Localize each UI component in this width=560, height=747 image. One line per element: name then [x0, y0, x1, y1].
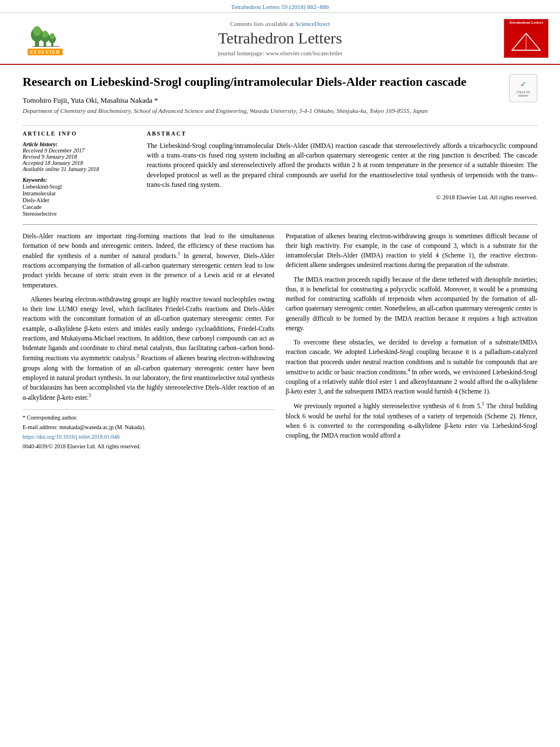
body-column-2: Preparation of alkenes bearing electron-… [286, 231, 537, 452]
abstract-heading: ABSTRACT [147, 130, 537, 137]
tet-letters-logo-section: Tetrahedron Letters [481, 19, 549, 58]
svg-line-14 [526, 33, 540, 50]
elsevier-logo-section: ELSEVIER [11, 22, 79, 55]
svg-line-13 [512, 33, 526, 50]
footnote-issn: 0040-4039/© 2018 Elsevier Ltd. All right… [23, 442, 274, 451]
check-update-icon: ✓ [520, 80, 527, 89]
footnote-email: E-mail address: mnakada@waseda.ac.jp (M.… [23, 423, 274, 431]
doi-link[interactable]: https://doi.org/10.1016/j.tetlet.2018.01… [23, 434, 120, 440]
svg-point-5 [42, 30, 49, 38]
keyword-4: Cascade [23, 204, 135, 210]
elsevier-logo: ELSEVIER [28, 22, 63, 55]
check-update-label: Check for updates [512, 90, 535, 97]
article-title-wrapper: Research on Liebeskind-Srogl coupling/in… [23, 74, 500, 121]
tet-logo-graphic [504, 26, 548, 58]
body-col2-para-3: To overcome these obstacles, we decided … [286, 338, 537, 396]
tet-logo-svg [509, 30, 543, 53]
body-col2-para-1: Preparation of alkenes bearing electron-… [286, 231, 537, 270]
check-update-badge: ✓ Check for updates [509, 74, 537, 102]
svg-point-2 [33, 26, 41, 36]
article-content: Research on Liebeskind-Srogl coupling/in… [0, 65, 560, 463]
keywords-section: Keywords: Liebeskind-Srogl Intramolecula… [23, 177, 135, 217]
keyword-5: Stereoselective [23, 211, 135, 217]
copyright: © 2018 Elsevier Ltd. All rights reserved… [147, 194, 537, 200]
info-abstract-section: ARTICLE INFO Article history: Received 9… [23, 130, 537, 217]
article-history: Article history: Received 9 December 201… [23, 141, 135, 172]
science-direct-label: Contents lists available at ScienceDirec… [79, 20, 481, 27]
keywords-label: Keywords: [23, 177, 135, 183]
abstract-text: The Liebeskind-Srogl coupling/intramolec… [147, 141, 537, 190]
divider-1 [23, 125, 537, 126]
keyword-2: Intramolecular [23, 190, 135, 196]
body-col2-para-4: We previously reported a highly stereose… [286, 401, 537, 440]
affiliation: Department of Chemistry and Biochemistry… [23, 107, 500, 114]
article-info-column: ARTICLE INFO Article history: Received 9… [23, 130, 135, 217]
journal-header: ELSEVIER Contents lists available at Sci… [0, 13, 560, 65]
abstract-column: ABSTRACT The Liebeskind-Srogl coupling/i… [147, 130, 537, 217]
tet-logo-top-text: Tetrahedron Letters [504, 19, 548, 26]
body-para-1: Diels-Alder reactions are important ring… [23, 231, 274, 290]
body-para-2: Alkenes bearing electron-withdrawing gro… [23, 295, 274, 403]
body-column-1: Diels-Alder reactions are important ring… [23, 231, 274, 452]
journal-homepage: journal homepage: www.elsevier.com/locat… [79, 50, 481, 56]
journal-title-section: Contents lists available at ScienceDirec… [79, 20, 481, 56]
body-col2-para-2: The IMDA reaction proceeds rapidly becau… [286, 275, 537, 334]
keyword-1: Liebeskind-Srogl [23, 184, 135, 190]
article-title: Research on Liebeskind-Srogl coupling/in… [23, 74, 500, 90]
science-direct-link[interactable]: ScienceDirect [295, 20, 330, 27]
footnote-corresponding: * Corresponding author. [23, 413, 274, 422]
article-info-heading: ARTICLE INFO [23, 130, 135, 137]
tet-letters-logo: Tetrahedron Letters [504, 19, 549, 58]
journal-title: Tetrahedron Letters [79, 29, 481, 47]
elsevier-brand-text: ELSEVIER [28, 49, 63, 55]
authors: Tomohiro Fujii, Yuta Oki, Masahisa Nakad… [23, 96, 500, 105]
svg-point-8 [50, 33, 55, 39]
body-section: Diels-Alder reactions are important ring… [23, 231, 537, 452]
body-divider [23, 224, 537, 225]
title-section: Research on Liebeskind-Srogl coupling/in… [23, 74, 537, 121]
keyword-3: Diels-Alder [23, 197, 135, 203]
footnote-doi: https://doi.org/10.1016/j.tetlet.2018.01… [23, 433, 274, 441]
journal-reference: Tetrahedron Letters 59 (2018) 882–886 [0, 0, 560, 13]
elsevier-tree-icon [28, 22, 62, 47]
footnote-section: * Corresponding author. E-mail address: … [23, 409, 274, 451]
